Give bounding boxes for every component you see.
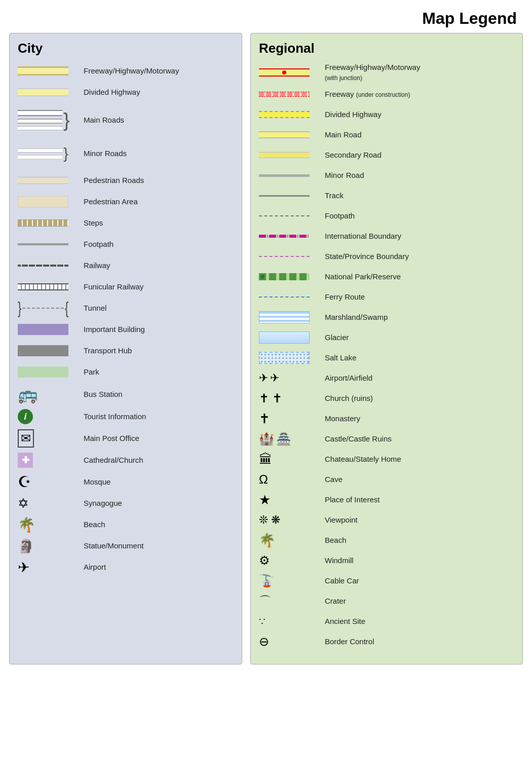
city-freeway-symbol <box>18 66 79 76</box>
list-item: Divided Highway <box>259 106 514 123</box>
railway-ties <box>18 262 68 269</box>
main-roads-lines <box>18 110 62 130</box>
list-item: Track <box>259 188 514 204</box>
page-title: Map Legend <box>0 0 532 33</box>
reg-freeway-symbol <box>259 68 320 77</box>
reg-marshland-symbol <box>259 311 320 323</box>
national-park-line <box>259 273 310 280</box>
reg-divided-hwy-symbol <box>259 111 320 118</box>
reg-intl-boundary-label: International Boundary <box>320 231 401 241</box>
city-beach-symbol: 🌴 <box>18 516 79 533</box>
castle-icon: 🏰🏯 <box>259 432 293 446</box>
reg-minor-road-symbol <box>259 174 320 177</box>
list-item: Pedestrian Area <box>18 193 234 210</box>
beach-icon: 🌴 <box>18 516 35 533</box>
city-park-label: Park <box>79 367 99 377</box>
reg-secondary-road <box>259 152 310 158</box>
reg-secondary-road-label: Secondary Road <box>320 150 382 160</box>
city-airport-label: Airport <box>79 562 106 572</box>
reg-divided-hwy-label: Divided Highway <box>320 109 382 120</box>
city-pedestrian-area-label: Pedestrian Area <box>79 197 138 207</box>
synagogue-icon: ✡ <box>18 496 29 511</box>
city-post-office-symbol: ✉ <box>18 429 79 448</box>
list-item: ✚ Cathedral/Church <box>18 452 234 469</box>
reg-cave-symbol: Ω <box>259 472 320 487</box>
list-item: 🌴 Beach <box>18 516 234 533</box>
mosque-icon: ☪ <box>18 473 31 491</box>
reg-windmill-symbol: ⚙ <box>259 553 320 568</box>
city-main-roads-label: Main Roads <box>79 115 124 125</box>
reg-border-control-symbol: ⊖ <box>259 635 320 649</box>
reg-freeway-construction-label: Freeway (under construction) <box>320 89 410 99</box>
cathedral-icon: ✚ <box>18 453 33 468</box>
main-road-line-2 <box>18 119 62 124</box>
main-road-line-1 <box>18 110 62 116</box>
city-tunnel-symbol: } { <box>18 302 79 315</box>
list-item: Freeway (under construction) <box>259 86 514 102</box>
city-panel: City Freeway/Highway/Motorway Divided Hi… <box>9 33 242 664</box>
reg-monastery-symbol: ✝ <box>259 411 320 427</box>
main-roads-brace: } <box>63 113 70 128</box>
junction-dot <box>282 70 286 75</box>
reg-church-symbol: ✝✝ <box>259 391 320 405</box>
reg-ferry-label: Ferry Route <box>320 292 365 302</box>
list-item: ★ Place of Interest <box>259 492 514 508</box>
minor-roads-brace: } <box>63 147 68 160</box>
list-item: ✉ Main Post Office <box>18 429 234 448</box>
reg-salt-lake-label: Salt Lake <box>320 353 357 363</box>
list-item: Park <box>18 363 234 381</box>
list-item: 🚡 Cable Car <box>259 573 514 589</box>
viewpoint-icon: ❊❋ <box>259 513 283 527</box>
city-cathedral-label: Cathedral/Church <box>79 455 143 465</box>
city-tourist-info-symbol: i <box>18 409 79 424</box>
airport-airfield-icon: ✈✈ <box>259 372 281 385</box>
funicular-symbol <box>18 283 68 290</box>
reg-viewpoint-symbol: ❊❋ <box>259 513 320 527</box>
airport-icon: ✈ <box>18 559 29 576</box>
reg-main-road-symbol <box>259 131 320 138</box>
reg-minor-road <box>259 174 310 177</box>
reg-intl-boundary-symbol <box>259 235 320 238</box>
main-road-line-3 <box>18 126 62 130</box>
list-item: Railway <box>18 257 234 274</box>
reg-freeway-construction-symbol <box>259 92 320 97</box>
important-building-symbol <box>18 324 68 335</box>
list-item: Marshland/Swamp <box>259 309 514 325</box>
city-synagogue-symbol: ✡ <box>18 496 79 511</box>
reg-beach-symbol: 🌴 <box>259 533 320 548</box>
list-item: Glacier <box>259 329 514 346</box>
reg-beach-label: Beach <box>320 535 347 545</box>
list-item: ∵ Ancient Site <box>259 613 514 630</box>
list-item: Minor Road <box>259 167 514 183</box>
reg-state-boundary-label: State/Province Boundary <box>320 251 409 262</box>
city-main-roads-symbol: } <box>18 110 79 130</box>
city-tunnel-label: Tunnel <box>79 303 106 313</box>
list-item: } Main Roads <box>18 105 234 135</box>
city-freeway-label: Freeway/Highway/Motorway <box>79 66 179 76</box>
transport-hub-symbol <box>18 345 68 356</box>
railway-symbol <box>18 262 68 269</box>
marshland-area <box>259 311 310 323</box>
list-item: 🗿 Statue/Monument <box>18 537 234 554</box>
city-transport-hub-label: Transport Hub <box>79 346 132 356</box>
city-funicular-symbol <box>18 283 79 290</box>
freeway-road-symbol <box>18 66 68 76</box>
glacier-area <box>259 331 310 344</box>
reg-track-symbol <box>259 195 320 197</box>
reg-cable-car-symbol: 🚡 <box>259 574 320 588</box>
freeway-construction-road <box>259 92 310 97</box>
bus-icon: 🚌 <box>18 385 38 404</box>
reg-viewpoint-label: Viewpoint <box>320 515 358 525</box>
city-divided-hwy-symbol <box>18 88 79 96</box>
reg-crater-label: Crater <box>320 596 346 606</box>
city-synagogue-label: Synagogue <box>79 498 122 508</box>
reg-footpath-symbol <box>259 215 320 216</box>
city-minor-roads-label: Minor Roads <box>79 149 127 159</box>
reg-main-road-label: Main Road <box>320 130 362 140</box>
reg-ferry-symbol <box>259 297 320 298</box>
reg-footpath <box>259 215 310 216</box>
city-bus-station-symbol: 🚌 <box>18 385 79 404</box>
reg-ancient-site-symbol: ∵ <box>259 615 320 627</box>
list-item: International Boundary <box>259 228 514 244</box>
city-bus-station-label: Bus Station <box>79 389 123 399</box>
